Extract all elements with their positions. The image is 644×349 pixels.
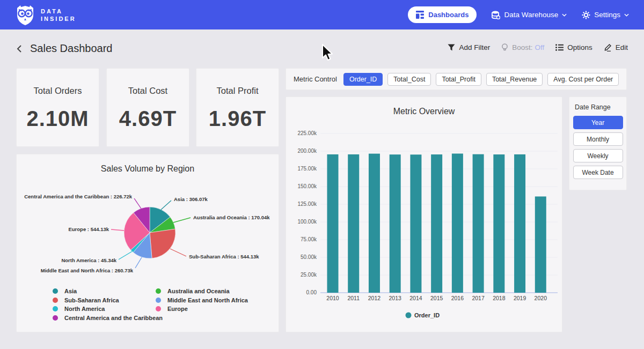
nav-data-warehouse-label: Data Warehouse [504,11,558,19]
legend-swatch [53,306,58,311]
list-icon [555,44,564,51]
chevron-down-icon [562,13,567,17]
date-range-label: Date Range [575,103,626,111]
boost-balloon-icon [501,43,508,51]
date-range-week-date-button[interactable]: Week Date [573,166,623,179]
sales-volume-by-region-card: Sales Volume by Region Asia : 306.07kAus… [16,154,279,332]
dashboard-grid-icon [416,11,424,19]
legend-label: Sub-Saharan Africa [64,297,119,303]
nav-settings[interactable]: Settings [582,11,629,19]
nav-dashboards-label: Dashboards [428,11,469,19]
legend-label: Middle East and North Africa [167,297,248,303]
metric-overview-card: Metric Overview 225.00k200.00k175.00k150… [286,96,562,332]
bar-chart[interactable]: 225.00k200.00k175.00k150.00k125.00k100.0… [286,97,563,333]
chevron-down-icon [624,13,629,17]
metric-control-label: Metric Control [294,75,337,83]
svg-text:2016: 2016 [451,295,464,301]
nav-settings-label: Settings [594,11,620,19]
svg-text:Europe : 544.13k: Europe : 544.13k [68,226,109,232]
svg-text:Sub-Saharan Africa : 544.13k: Sub-Saharan Africa : 544.13k [189,254,259,259]
svg-text:2018: 2018 [493,295,506,301]
legend-item[interactable]: Central America and the Caribbean [53,314,163,323]
legend-swatch [53,298,58,303]
svg-text:2013: 2013 [389,295,402,301]
date-range-year-button[interactable]: Year [573,116,623,129]
edit-button[interactable]: Edit [604,43,628,51]
svg-text:0.00: 0.00 [306,289,317,295]
svg-text:2012: 2012 [368,295,381,301]
database-icon [492,11,500,19]
svg-text:2015: 2015 [430,295,443,301]
kpi-value: 1.96T [196,107,279,131]
svg-text:25.00k: 25.00k [301,272,317,278]
svg-text:2019: 2019 [514,295,526,301]
kpi-label: Total Cost [107,86,189,96]
legend-label: Australia and Oceania [167,288,230,294]
legend-swatch [53,315,58,321]
kpi-card-total-cost: Total Cost 4.69T [106,68,189,147]
legend-label: Europe [167,306,188,312]
svg-text:75.00k: 75.00k [301,236,317,242]
metric-chip-total-revenue[interactable]: Total_Revenue [486,73,543,86]
date-range-weekly-button[interactable]: Weekly [573,149,623,162]
add-filter-button[interactable]: Add Filter [448,43,490,51]
svg-text:225.00k: 225.00k [297,130,317,136]
legend-item[interactable]: Europe [156,305,248,314]
date-range-monthly-button[interactable]: Monthly [573,132,623,146]
svg-text:Middle East and North Africa :: Middle East and North Africa : 260.73k [41,268,134,273]
pie-chart-title: Sales Volume by Region [17,164,279,174]
kpi-value: 2.10M [17,107,99,131]
back-button[interactable] [15,44,25,54]
page-title: Sales Dashboard [30,42,112,55]
svg-text:100.00k: 100.00k [297,219,317,225]
legend-swatch [156,306,161,311]
svg-text:2020: 2020 [535,295,547,301]
pencil-icon [604,43,612,51]
kpi-value: 4.69T [107,107,189,131]
kpi-label: Total Profit [196,86,279,96]
svg-text:2010: 2010 [326,295,339,301]
svg-text:2017: 2017 [472,295,485,301]
legend-swatch [156,288,161,294]
filter-icon [448,44,455,51]
boost-toggle[interactable]: Boost: Off [501,43,544,51]
svg-text:Order_ID: Order_ID [414,312,440,318]
legend-label: North America [64,306,105,312]
options-label: Options [567,43,592,51]
metric-chip-total-cost[interactable]: Total_Cost [387,73,431,86]
svg-text:200.00k: 200.00k [297,148,317,154]
kpi-card-total-orders: Total Orders 2.10M [16,68,99,147]
kpi-label: Total Orders [17,86,99,96]
nav-dashboards-button[interactable]: Dashboards [408,6,477,23]
svg-text:150.00k: 150.00k [297,183,317,189]
nav-data-warehouse[interactable]: Data Warehouse [492,11,567,19]
legend-swatch [156,298,161,303]
legend-item[interactable]: Asia [53,287,163,296]
boost-state: Off [535,43,544,51]
metric-chip-total-profit[interactable]: Total_Profit [436,73,481,86]
svg-text:Australia and Oceania : 170.04: Australia and Oceania : 170.04k [193,214,270,220]
legend-item[interactable]: Middle East and North Africa [156,296,248,305]
top-navigation-bar: DATA INSIDER Dashboards Data Warehouse [0,0,644,29]
svg-text:North America : 45.34k: North America : 45.34k [61,257,116,263]
svg-text:125.00k: 125.00k [297,201,317,207]
metric-chip-order-id[interactable]: Order_ID [343,73,383,86]
svg-text:Asia : 306.07k: Asia : 306.07k [174,196,208,202]
kpi-card-total-profit: Total Profit 1.96T [196,68,279,147]
legend-label: Central America and the Caribbean [64,315,163,321]
mouse-cursor [321,44,334,62]
metric-chip-avg-cost-per-order[interactable]: Avg. Cost per Order [547,73,619,86]
legend-item[interactable]: North America [53,305,163,314]
boost-label: Boost: [512,43,532,51]
brand-line-2: INSIDER [41,15,76,23]
legend-item[interactable]: Australia and Oceania [156,287,248,296]
app-logo[interactable]: DATA INSIDER [15,4,76,26]
brand-line-1: DATA [41,8,76,15]
options-button[interactable]: Options [555,43,592,51]
svg-text:2011: 2011 [347,295,360,301]
gear-icon [582,11,590,19]
legend-swatch [53,288,58,294]
svg-text:50.00k: 50.00k [301,254,317,260]
legend-item[interactable]: Sub-Saharan Africa [53,296,163,305]
add-filter-label: Add Filter [459,43,490,51]
